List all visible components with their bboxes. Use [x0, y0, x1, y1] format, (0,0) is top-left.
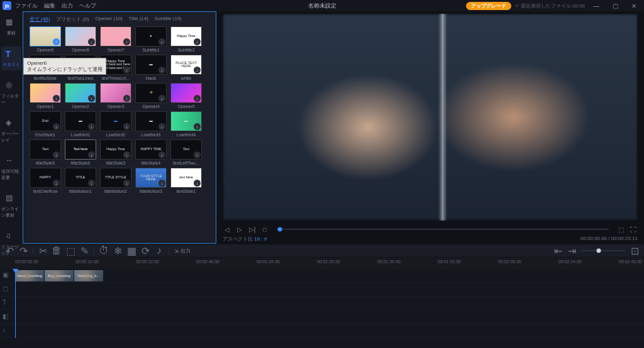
- mosaic-button[interactable]: ▦: [127, 246, 136, 255]
- sidetab-overlay[interactable]: ◈オーバーレイ: [1, 116, 21, 146]
- filter-tab[interactable]: プリセット (0): [56, 16, 89, 23]
- download-icon[interactable]: ↓: [194, 180, 201, 187]
- library-item[interactable]: HAPPY TIME↓titleStyle4: [135, 139, 167, 165]
- download-icon[interactable]: ↓: [158, 180, 165, 187]
- split-button[interactable]: ✂: [38, 246, 47, 255]
- download-icon[interactable]: ↓: [53, 95, 60, 102]
- filter-tab[interactable]: Title (14): [129, 16, 148, 23]
- prev-frame-button[interactable]: ◁: [223, 225, 231, 234]
- playhead[interactable]: [15, 269, 16, 338]
- library-item[interactable]: ●↓Subtitle1: [135, 26, 167, 52]
- maximize-icon[interactable]: ▢: [608, 3, 623, 9]
- download-icon[interactable]: ↓: [158, 67, 165, 73]
- filter-track[interactable]: ◧: [0, 310, 644, 324]
- seek-handle[interactable]: [278, 227, 282, 232]
- download-icon[interactable]: ↓: [53, 151, 60, 158]
- sidetab-T[interactable]: Tテキスト: [1, 46, 21, 70]
- video-clips[interactable]: Hand_washingBoy_washingWashing_h...: [15, 270, 104, 281]
- download-icon[interactable]: ↓: [123, 38, 130, 45]
- export-button[interactable]: ⇲ 出力: [174, 247, 191, 254]
- text-track[interactable]: T: [0, 296, 644, 310]
- add-icon[interactable]: +: [53, 38, 60, 45]
- audio-button[interactable]: ♪: [155, 246, 164, 255]
- preview-video[interactable]: [223, 14, 638, 220]
- undo-button[interactable]: ↶: [5, 246, 14, 255]
- speed-button[interactable]: ⏱: [99, 246, 108, 255]
- download-icon[interactable]: ↓: [158, 151, 165, 158]
- download-icon[interactable]: ↓: [88, 38, 95, 45]
- sidetab-arrows[interactable]: ↔追加可能要素: [1, 153, 21, 183]
- pip-track[interactable]: ▢: [0, 283, 644, 296]
- library-item[interactable]: Happy Time↓Subtitle2: [170, 26, 202, 52]
- zoom-fit-button[interactable]: ⊡: [630, 246, 639, 255]
- delete-button[interactable]: 🗑: [52, 246, 61, 255]
- timeline-clip[interactable]: Washing_h...: [74, 270, 103, 281]
- library-item[interactable]: TITLE↓titleMotion1: [65, 168, 96, 193]
- library-item[interactable]: YOUR STYLE HERE↓titleMotion3: [135, 168, 167, 193]
- sidetab-store[interactable]: ▤オンライン素材: [1, 191, 21, 221]
- download-icon[interactable]: ↓: [88, 123, 95, 130]
- library-item[interactable]: HAPPY↓textOneRow: [30, 168, 61, 193]
- rotate-button[interactable]: ⟳: [141, 246, 150, 255]
- download-icon[interactable]: ↓: [53, 123, 60, 130]
- library-item[interactable]: Text here↓titleStyle6: [65, 139, 96, 165]
- library-item[interactable]: ▬↓Lowthird2: [100, 111, 131, 137]
- timeline-ruler[interactable]: 00:00:00.0000:00:16.0000:00:32.0000:00:4…: [0, 258, 644, 269]
- download-icon[interactable]: ↓: [123, 180, 130, 187]
- library-item[interactable]: ▬↓black: [135, 55, 167, 80]
- filter-tab[interactable]: Opener (10): [95, 16, 122, 23]
- zoom-end-button[interactable]: ⇥: [567, 246, 576, 255]
- library-item[interactable]: ↓Opener5: [170, 83, 202, 109]
- filter-tab[interactable]: Subtitle (19): [155, 16, 182, 23]
- download-icon[interactable]: ↓: [88, 151, 95, 158]
- edit-button[interactable]: ✎: [80, 246, 89, 255]
- download-icon[interactable]: ↓: [123, 95, 130, 102]
- next-frame-button[interactable]: ▷|: [248, 225, 257, 234]
- crop-button[interactable]: ⬚: [66, 246, 75, 255]
- download-icon[interactable]: ↓: [123, 151, 130, 158]
- download-icon[interactable]: ↓: [158, 123, 165, 130]
- library-item[interactable]: +Opener6: [30, 26, 61, 52]
- library-item[interactable]: Happy Time↓titleStyle3: [100, 139, 131, 165]
- upgrade-button[interactable]: アップグレード: [466, 2, 511, 10]
- download-icon[interactable]: ↓: [194, 123, 201, 130]
- library-item[interactable]: End↓EndStyle1: [30, 111, 61, 137]
- library-item[interactable]: TITLE STYLE↓titleMotion2: [100, 168, 131, 193]
- timeline-clip[interactable]: Boy_washing: [45, 270, 74, 281]
- menu-file[interactable]: ファイル: [15, 2, 38, 10]
- zoom-slider[interactable]: [581, 250, 625, 251]
- library-item[interactable]: PLACE TEXT HERE↓white: [170, 55, 202, 80]
- download-icon[interactable]: ↓: [158, 38, 165, 45]
- download-icon[interactable]: ↓: [194, 38, 201, 45]
- library-item[interactable]: ↓Opener2: [65, 83, 96, 109]
- download-icon[interactable]: ↓: [194, 67, 201, 73]
- library-item[interactable]: ▬↓Lowthird4: [170, 111, 202, 137]
- freeze-button[interactable]: ❄: [113, 246, 122, 255]
- menu-help[interactable]: ヘルプ: [79, 2, 96, 10]
- video-track[interactable]: ▣ Hand_washingBoy_washingWashing_h...: [0, 269, 644, 283]
- library-item[interactable]: Text↓textLeftTwo...: [170, 139, 202, 165]
- download-icon[interactable]: ↓: [53, 180, 60, 187]
- download-icon[interactable]: ↓: [123, 123, 130, 130]
- library-item[interactable]: ↓Opener7: [100, 26, 131, 52]
- download-icon[interactable]: ↓: [123, 67, 130, 73]
- library-item[interactable]: ↓Opener1: [30, 83, 61, 109]
- download-icon[interactable]: ↓: [88, 95, 95, 102]
- library-item[interactable]: ▬↓Lowthird3: [135, 111, 167, 137]
- sidetab-filter[interactable]: ◎フィルター: [1, 78, 21, 108]
- download-icon[interactable]: ↓: [194, 95, 201, 102]
- sidetab-film[interactable]: ▦素材: [1, 15, 21, 39]
- seek-bar[interactable]: [277, 229, 609, 230]
- close-icon[interactable]: ✕: [626, 3, 641, 9]
- library-item[interactable]: ✻↓Opener4: [135, 83, 167, 109]
- download-icon[interactable]: ↓: [88, 180, 95, 187]
- aspect-value[interactable]: 16 : 9: [254, 236, 267, 242]
- library-item[interactable]: Text↓titleStyle5: [30, 139, 61, 165]
- play-button[interactable]: ▷: [235, 225, 244, 234]
- download-icon[interactable]: ↓: [194, 151, 201, 158]
- fullscreen-button[interactable]: ⛶: [629, 225, 638, 234]
- library-item[interactable]: ↓Opener3: [100, 83, 131, 109]
- menu-output[interactable]: 出力: [62, 2, 73, 10]
- download-icon[interactable]: ↓: [158, 95, 165, 102]
- snapshot-button[interactable]: ⬚: [616, 225, 625, 234]
